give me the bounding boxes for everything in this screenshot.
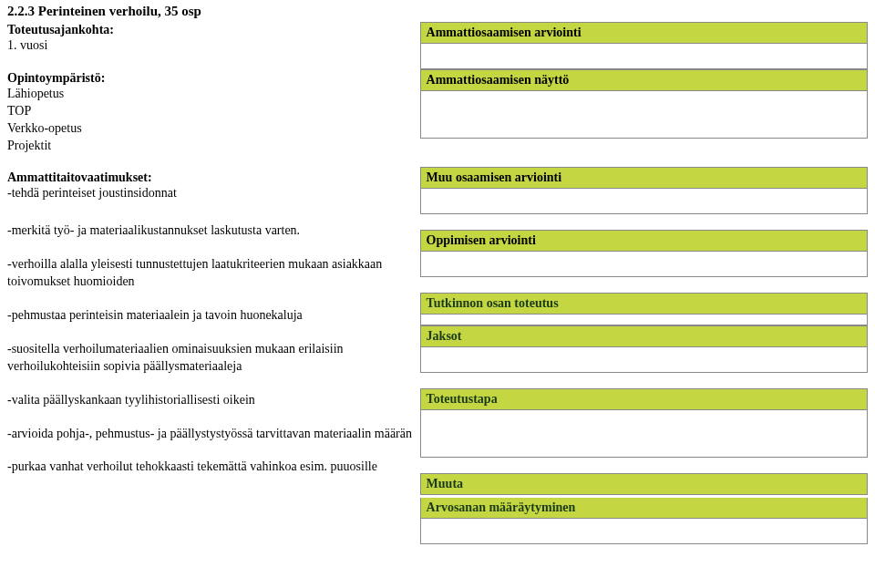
- cell-empty: [420, 347, 868, 373]
- bar-ammattiosaamisen-arviointi: Ammattiosaamisen arviointi: [420, 22, 868, 44]
- bar-arvosanan-maaraytyminen: Arvosanan määräytyminen: [420, 498, 868, 519]
- req-item: -pehmustaa perinteisin materiaalein ja t…: [7, 308, 303, 322]
- cell-empty: [420, 315, 868, 325]
- req-item: -valita päällyskankaan tyylihistoriallis…: [7, 393, 255, 407]
- env-item: Projektit: [7, 139, 51, 152]
- timing-value: 1. vuosi: [7, 38, 47, 52]
- env-item: Lähiopetus: [7, 87, 64, 100]
- cell-empty: [420, 91, 868, 139]
- req-item: -merkitä työ- ja materiaalikustannukset …: [7, 223, 300, 237]
- req-item: -verhoilla alalla yleisesti tunnustettuj…: [7, 257, 382, 288]
- req-item: -arvioida pohja-, pehmustus- ja päällyst…: [7, 427, 412, 440]
- bar-tutkinnon-osan-toteutus: Tutkinnon osan toteutus: [420, 293, 868, 315]
- bar-ammattiosaamisen-naytto: Ammattiosaamisen näyttö: [420, 69, 868, 91]
- bar-jaksot: Jaksot: [420, 325, 868, 347]
- cell-empty: [420, 189, 868, 214]
- env-item: TOP: [7, 104, 31, 118]
- timing-label: Toteutusajankohta:: [7, 23, 114, 36]
- right-column: Ammattiosaamisen arviointi Ammattiosaami…: [420, 4, 868, 584]
- section-heading: 2.2.3 Perinteinen verhoilu, 35 osp: [7, 4, 413, 19]
- env-item: Verkko-opetus: [7, 121, 82, 135]
- bar-muuta: Muuta: [420, 473, 868, 495]
- bar-toteutustapa: Toteutustapa: [420, 388, 868, 410]
- cell-empty: [420, 519, 868, 544]
- cell-empty: [420, 252, 868, 277]
- requirements-label: Ammattitaitovaatimukset:: [7, 170, 152, 184]
- left-column: 2.2.3 Perinteinen verhoilu, 35 osp Toteu…: [7, 4, 413, 584]
- bar-muu-osaamisen-arviointi: Muu osaamisen arviointi: [420, 167, 868, 189]
- req-item: -suositella verhoilumateriaalien ominais…: [7, 342, 344, 373]
- req-item: -tehdä perinteiset joustinsidonnat: [7, 186, 177, 200]
- environment-label: Opintoympäristö:: [7, 71, 105, 85]
- req-item: -purkaa vanhat verhoilut tehokkaasti tek…: [7, 459, 377, 473]
- cell-empty: [420, 44, 868, 69]
- document-page: 2.2.3 Perinteinen verhoilu, 35 osp Toteu…: [0, 0, 875, 588]
- cell-empty: [420, 410, 868, 458]
- bar-oppimisen-arviointi: Oppimisen arviointi: [420, 230, 868, 252]
